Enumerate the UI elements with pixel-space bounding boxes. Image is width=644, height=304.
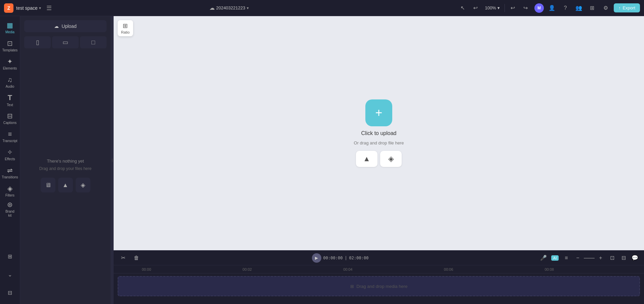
sidebar-item-filters[interactable]: ◈ Filters (1, 182, 19, 200)
delete-tool-btn[interactable]: 🗑 (131, 253, 142, 263)
timeline-track-area: 00:00 00:02 00:04 00:06 00:08 ⊞ Drag and… (114, 265, 644, 304)
ruler-marks: 00:00 00:02 00:04 00:06 00:08 (140, 267, 644, 271)
zoom-out-btn[interactable]: − (573, 253, 583, 263)
split-view-btn[interactable]: ⊟ (618, 253, 629, 263)
canvas-drive-icon: ▲ (363, 155, 370, 163)
canvas-dropbox-btn[interactable]: ◈ (380, 151, 402, 167)
empty-title: There's nothing yet (47, 159, 84, 164)
delete-icon: 🗑 (134, 255, 139, 261)
upload-drop-area[interactable]: + Click to upload Or drag and drop file … (354, 99, 404, 167)
workspace-label: test space (16, 5, 38, 11)
play-button[interactable]: ▶ (312, 253, 321, 263)
format-tab-portrait[interactable]: ▯ (24, 36, 51, 48)
people-icon-btn[interactable]: 👥 (573, 3, 584, 13)
sidebar-item-more[interactable]: ⌄ (1, 266, 19, 283)
canvas-drive-btn[interactable]: ▲ (356, 151, 377, 167)
help-icon-btn[interactable]: ? (560, 3, 571, 13)
workspace-name[interactable]: test space ▾ (16, 5, 41, 11)
canvas-content[interactable]: + Click to upload Or drag and drop file … (114, 16, 644, 250)
comment-btn[interactable]: 💬 (630, 253, 640, 263)
fit-btn[interactable]: ⊡ (607, 253, 617, 263)
sidebar-item-apps[interactable]: ⊞ (1, 248, 19, 265)
undo-btn[interactable]: ↩ (507, 3, 519, 13)
brand-icon-sidebar: ⊛ (7, 201, 13, 209)
ai-btn[interactable]: AI (550, 253, 560, 263)
grid-icon: ⊞ (350, 284, 354, 289)
sidebar-label-audio: Audio (6, 85, 14, 88)
ruler-mark-2: 00:04 (342, 267, 443, 271)
plus-icon: + (375, 106, 382, 120)
redo-btn[interactable]: ↪ (520, 3, 532, 13)
ruler-mark-4: 00:08 (543, 267, 644, 271)
brand-logo: Z (4, 3, 13, 13)
media-panel-header: ☁ Upload (20, 16, 111, 36)
sidebar-item-transcript[interactable]: ≡ Transcript (1, 128, 19, 145)
topbar-tools: ↖ ↩ 100% ▾ ↩ ↪ (457, 3, 532, 13)
screen-record-btn[interactable]: 🖥 (41, 178, 55, 192)
sidebar-item-brand[interactable]: ⊛ Brandkit (1, 200, 19, 218)
canvas-timeline-container: ⊞ Ratio + Click to upload Or drag and dr… (114, 16, 644, 304)
sidebar-item-media[interactable]: ▦ Media (1, 19, 19, 36)
upload-plus-button[interactable]: + (365, 99, 392, 126)
upload-label: Upload (62, 24, 76, 29)
ratio-button[interactable]: ⊞ Ratio (118, 20, 133, 36)
user-avatar: M (534, 3, 544, 13)
sidebar-item-elements[interactable]: ✦ Elements (1, 55, 19, 73)
user-icon-btn[interactable]: 👤 (547, 3, 557, 13)
subtitle-timeline-btn[interactable]: ≡ (561, 253, 571, 263)
mic-btn[interactable]: 🎤 (538, 253, 549, 263)
settings-icon-btn[interactable]: ⚙ (600, 3, 611, 13)
dropbox-btn[interactable]: ◈ (76, 178, 90, 192)
pointer-tool-btn[interactable]: ↖ (457, 3, 469, 13)
elements-icon: ✦ (7, 57, 13, 66)
sidebar-label-templates: Templates (2, 48, 18, 52)
empty-subtitle: Drag and drop your files here (39, 166, 91, 171)
format-tab-square[interactable]: □ (80, 36, 107, 48)
google-drive-btn[interactable]: ▲ (58, 178, 73, 192)
canvas-area: ⊞ Ratio + Click to upload Or drag and dr… (114, 16, 644, 250)
media-icon: ▦ (7, 21, 13, 29)
apps-icon: ⊞ (8, 253, 12, 260)
topbar: Z test space ▾ ☰ ☁ 202403221223 ▾ ↖ ↩ 10… (0, 0, 644, 16)
play-icon: ▶ (315, 256, 318, 260)
export-button[interactable]: ↑ Export (614, 3, 640, 12)
ruler-mark-3: 00:06 (443, 267, 544, 271)
sidebar-item-effects[interactable]: ✧ Effects (1, 146, 19, 163)
format-tab-landscape[interactable]: ▭ (52, 36, 79, 48)
sidebar-item-audio[interactable]: ♫ Audio (1, 73, 19, 91)
zoom-selector[interactable]: 100% ▾ (482, 4, 502, 12)
timeline-track-empty[interactable]: ⊞ Drag and drop media here (118, 276, 640, 296)
landscape-icon: ▭ (63, 39, 68, 46)
menu-icon[interactable]: ☰ (46, 4, 52, 12)
portrait-icon: ▯ (36, 39, 39, 46)
upload-icon: ☁ (54, 24, 59, 29)
zoom-slider[interactable]: —— (584, 253, 594, 263)
layout-icon-btn[interactable]: ⊞ (587, 3, 598, 13)
sidebar-item-templates[interactable]: ⊡ Templates (1, 37, 19, 54)
panel-resize-handle[interactable]: | (111, 16, 114, 304)
media-panel: ☁ Upload ▯ ▭ □ There's nothing yet Drag … (20, 16, 111, 304)
upload-button[interactable]: ☁ Upload (24, 20, 107, 32)
sidebar-label-transcript: Transcript (2, 139, 17, 143)
sidebar-label-elements: Elements (3, 67, 17, 70)
export-label: Export (622, 5, 635, 10)
zoom-in-btn[interactable]: + (596, 253, 606, 263)
left-sidebar: ▦ Media ⊡ Templates ✦ Elements ♫ Audio T… (0, 16, 20, 304)
captions-icon: ⊟ (7, 112, 13, 120)
time-separator: | (345, 256, 347, 260)
ratio-icon: ⊞ (123, 22, 128, 30)
sidebar-item-text[interactable]: T Text (1, 91, 19, 109)
sidebar-item-subtitles[interactable]: ⊟ (1, 284, 19, 301)
timeline-ruler: 00:00 00:02 00:04 00:06 00:08 (114, 265, 644, 273)
templates-icon: ⊡ (7, 39, 13, 47)
sidebar-item-transitions[interactable]: ⇌ Transitions (1, 164, 19, 181)
dropbox-icon: ◈ (81, 181, 85, 189)
ratio-label: Ratio (121, 30, 130, 34)
sidebar-label-filters: Filters (5, 193, 14, 197)
project-chevron-icon: ▾ (247, 6, 249, 10)
project-id: 202403221223 (216, 5, 245, 10)
timeline-right: 🎤 AI ≡ − —— + ⊡ ⊟ 💬 (538, 253, 640, 263)
sidebar-item-captions[interactable]: ⊟ Captions (1, 110, 19, 127)
cut-tool-btn[interactable]: ✂ (118, 253, 128, 263)
undo-tool-btn[interactable]: ↩ (470, 3, 482, 13)
